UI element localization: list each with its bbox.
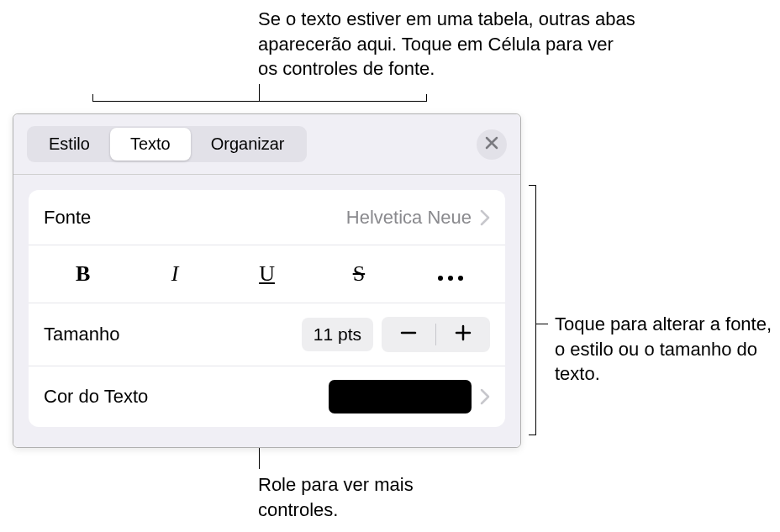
text-color-swatch[interactable] <box>329 380 472 413</box>
size-row: Tamanho 11 pts <box>29 303 505 366</box>
callout-right: Toque para alterar a fonte, o estilo ou … <box>555 312 773 387</box>
text-options-card: Fonte Helvetica Neue B I U <box>29 190 505 427</box>
chevron-right-icon <box>480 209 490 226</box>
text-color-label: Cor do Texto <box>44 386 148 408</box>
minus-icon <box>399 324 418 345</box>
bold-label: B <box>76 261 90 287</box>
tab-text[interactable]: Texto <box>110 128 191 161</box>
text-style-row: B I U S <box>29 245 505 303</box>
size-increase-button[interactable] <box>436 317 490 352</box>
callout-bottom: Role para ver mais controles. <box>258 472 468 522</box>
tab-arrange[interactable]: Organizar <box>191 128 305 161</box>
text-color-row[interactable]: Cor do Texto <box>29 366 505 427</box>
size-value: 11 pts <box>314 324 361 344</box>
svg-point-2 <box>458 276 463 281</box>
font-value: Helvetica Neue <box>346 207 472 229</box>
panel-header: Estilo Texto Organizar <box>13 114 520 175</box>
font-row-right: Helvetica Neue <box>346 207 490 229</box>
ellipsis-icon <box>437 261 464 287</box>
tab-text-label: Texto <box>130 134 171 153</box>
close-icon <box>485 136 498 153</box>
chevron-right-icon <box>480 388 490 405</box>
italic-button[interactable]: I <box>129 257 220 291</box>
underline-label: U <box>259 261 275 287</box>
bold-button[interactable]: B <box>37 257 129 291</box>
callout-right-line <box>536 324 548 324</box>
font-row[interactable]: Fonte Helvetica Neue <box>29 190 505 245</box>
callout-right-bracket <box>528 185 536 435</box>
panel-body: Fonte Helvetica Neue B I U <box>13 175 520 447</box>
tab-segmented-control: Estilo Texto Organizar <box>27 126 307 162</box>
callout-bottom-text: Role para ver mais controles. <box>258 474 414 520</box>
format-panel: Estilo Texto Organizar Fonte Helvetica N… <box>13 113 521 448</box>
callout-top-bracket <box>92 101 427 102</box>
underline-button[interactable]: U <box>221 257 313 291</box>
callout-top: Se o texto estiver em uma tabela, outras… <box>258 7 636 82</box>
tab-style[interactable]: Estilo <box>29 128 110 161</box>
callout-top-text: Se o texto estiver em uma tabela, outras… <box>258 8 635 79</box>
tab-style-label: Estilo <box>49 134 90 153</box>
tab-arrange-label: Organizar <box>211 134 285 153</box>
close-button[interactable] <box>477 129 507 160</box>
strikethrough-label: S <box>353 261 365 287</box>
svg-point-0 <box>438 276 443 281</box>
more-options-button[interactable] <box>405 257 497 291</box>
callout-top-line <box>259 84 260 102</box>
italic-label: I <box>171 261 179 287</box>
callout-right-text: Toque para alterar a fonte, o estilo ou … <box>555 313 772 384</box>
size-value-pill[interactable]: 11 pts <box>302 318 373 351</box>
size-row-right: 11 pts <box>302 317 490 352</box>
svg-point-1 <box>448 276 453 281</box>
font-label: Fonte <box>44 207 91 229</box>
text-color-row-right <box>329 380 490 413</box>
strikethrough-button[interactable]: S <box>313 257 404 291</box>
plus-icon <box>454 324 472 345</box>
size-stepper <box>382 317 490 352</box>
size-decrease-button[interactable] <box>382 317 435 352</box>
size-label: Tamanho <box>44 324 120 345</box>
